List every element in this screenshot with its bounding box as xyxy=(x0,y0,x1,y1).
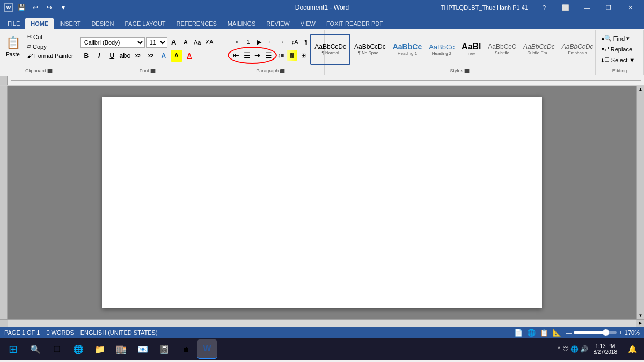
style-title-button[interactable]: AaBl Title xyxy=(458,34,484,65)
align-right-button[interactable]: ⇥ xyxy=(252,50,263,61)
style-no-spacing-button[interactable]: AaBbCcDc ¶ No Spac... xyxy=(351,34,389,65)
superscript-button[interactable]: x2 xyxy=(145,50,157,62)
style-subtitle-button[interactable]: AaBbCcC Subtitle xyxy=(485,34,519,65)
style-subtle-em-button[interactable]: AaBbCcDc Subtle Em... xyxy=(520,34,558,65)
style-heading1-button[interactable]: AaBbCc Heading 1 xyxy=(390,34,425,65)
taskbar-explorer-button[interactable]: 📁 xyxy=(90,339,109,359)
font-family-select[interactable]: Calibri (Body) xyxy=(80,37,145,48)
font-expand-icon[interactable]: ⬛ xyxy=(150,69,156,73)
select-button[interactable]: ☐ Select ▼ xyxy=(602,55,638,64)
styles-expand-icon[interactable]: ⬛ xyxy=(464,69,470,73)
clock[interactable]: 1:13 PM 8/27/2018 xyxy=(590,342,621,356)
styles-group-label: Styles ⬛ xyxy=(450,68,470,73)
change-case-button[interactable]: Aa xyxy=(192,37,203,48)
zoom-in-button[interactable]: + xyxy=(619,329,622,336)
notification-button[interactable]: 🔔 xyxy=(623,339,642,359)
help-button[interactable]: ? xyxy=(535,2,554,13)
increase-indent-button[interactable]: →≡ xyxy=(278,36,289,47)
multilevel-list-button[interactable]: ≡▶ xyxy=(252,36,263,47)
tab-design[interactable]: DESIGN xyxy=(86,18,119,29)
scroll-down-button[interactable]: ▼ xyxy=(638,312,644,319)
underline-button[interactable]: U xyxy=(106,50,118,62)
scroll-up-button[interactable]: ▲ xyxy=(638,86,644,93)
tray-network-icon[interactable]: 🌐 xyxy=(570,345,579,353)
document-page[interactable] xyxy=(102,97,542,308)
decrease-indent-button[interactable]: ←≡ xyxy=(267,36,277,47)
style-emphasis-button[interactable]: AaBbCcDc Emphasis xyxy=(559,34,597,65)
view-print-button[interactable]: 📄 xyxy=(514,329,523,337)
tab-references[interactable]: REFERENCES xyxy=(171,18,222,29)
find-button[interactable]: 🔍 Find ▾ xyxy=(602,34,638,43)
taskbar-desktop-button[interactable]: 🖥 xyxy=(176,339,195,359)
tab-insert[interactable]: INSERT xyxy=(54,18,86,29)
font-color-button[interactable]: A xyxy=(184,50,195,62)
search-button[interactable]: 🔍 xyxy=(26,339,45,359)
bullets-button[interactable]: ≡• xyxy=(230,36,240,47)
customize-qat-button[interactable]: ▾ xyxy=(58,2,69,13)
numbering-button[interactable]: ≡1 xyxy=(241,36,252,47)
scroll-right-button[interactable]: ▶ xyxy=(636,320,644,327)
align-left-button[interactable]: ⇤ xyxy=(231,50,241,61)
ribbon-display-button[interactable]: ⬜ xyxy=(556,2,575,13)
taskbar-store-button[interactable]: 🏬 xyxy=(112,339,131,359)
view-draft-button[interactable]: 📐 xyxy=(553,329,561,337)
bold-button[interactable]: B xyxy=(80,50,92,62)
tray-chevron-icon[interactable]: ^ xyxy=(558,345,561,353)
taskbar-edge-button[interactable]: 🌐 xyxy=(69,339,88,359)
align-center-button[interactable]: ☰ xyxy=(241,50,252,61)
grow-font-button[interactable]: A xyxy=(169,37,179,48)
scrollbar-vertical[interactable]: ▲ ▼ xyxy=(636,86,644,319)
style-normal-button[interactable]: AaBbCcDc ¶ Normal xyxy=(310,34,350,65)
shading-button[interactable]: ▓ xyxy=(287,50,297,61)
tray-antivirus-icon[interactable]: 🛡 xyxy=(562,345,569,353)
minimize-button[interactable]: — xyxy=(577,2,597,13)
save-button[interactable]: 💾 xyxy=(16,2,27,13)
strikethrough-button[interactable]: abc xyxy=(119,50,131,62)
paragraph-expand-icon[interactable]: ⬛ xyxy=(280,69,285,73)
clear-formatting-button[interactable]: ✗A xyxy=(204,37,215,48)
restore-button[interactable]: ❐ xyxy=(599,2,618,13)
subscript-button[interactable]: x2 xyxy=(132,50,144,62)
tab-view[interactable]: VIEW xyxy=(295,18,321,29)
tab-foxit[interactable]: FOXIT READER PDF xyxy=(321,18,389,29)
view-web-button[interactable]: 🌐 xyxy=(527,329,536,337)
text-effects-button[interactable]: A xyxy=(158,50,170,62)
start-button[interactable]: ⊞ xyxy=(2,339,24,359)
font-size-select[interactable]: 11 xyxy=(146,37,167,48)
replace-button[interactable]: ⇄ Replace xyxy=(602,45,638,54)
tab-mailings[interactable]: MAILINGS xyxy=(222,18,261,29)
taskbar-mail-button[interactable]: 📧 xyxy=(133,339,152,359)
tab-home[interactable]: HOME xyxy=(25,18,54,29)
cut-button[interactable]: ✂ Cut xyxy=(25,32,76,41)
tab-file[interactable]: FILE xyxy=(2,18,25,29)
taskbar-word-button[interactable]: W xyxy=(197,339,217,359)
format-painter-button[interactable]: 🖌 Format Painter xyxy=(25,51,76,60)
italic-button[interactable]: I xyxy=(93,50,105,62)
zoom-out-button[interactable]: — xyxy=(566,329,572,336)
line-spacing-button[interactable]: ↕≡ xyxy=(275,50,286,61)
tray-volume-icon[interactable]: 🔊 xyxy=(580,345,588,353)
undo-button[interactable]: ↩ xyxy=(30,2,41,13)
shrink-font-button[interactable]: A xyxy=(180,37,191,48)
justify-button[interactable]: ☰ xyxy=(263,50,274,61)
sort-button[interactable]: ↕A xyxy=(289,36,300,47)
clipboard-expand-icon[interactable]: ⬛ xyxy=(47,69,53,73)
copy-button[interactable]: ⧉ Copy xyxy=(25,42,76,51)
tab-page-layout[interactable]: PAGE LAYOUT xyxy=(120,18,171,29)
taskbar-onenote-button[interactable]: 📓 xyxy=(155,339,174,359)
redo-button[interactable]: ↪ xyxy=(44,2,55,13)
show-marks-button[interactable]: ¶ xyxy=(301,36,311,47)
style-emphasis-preview: AaBbCcDc xyxy=(562,43,594,50)
taskbar-right: ^ 🛡 🌐 🔊 1:13 PM 8/27/2018 🔔 xyxy=(558,339,642,359)
zoom-slider[interactable] xyxy=(574,331,617,334)
borders-button[interactable]: ⊞ xyxy=(298,50,309,61)
close-button[interactable]: ✕ xyxy=(620,2,640,13)
scrollbar-horizontal[interactable] xyxy=(8,320,636,327)
tab-review[interactable]: REVIEW xyxy=(261,18,295,29)
style-heading2-button[interactable]: AaBbCc Heading 2 xyxy=(426,34,458,65)
text-highlight-button[interactable]: A xyxy=(171,50,182,62)
paste-button[interactable]: 📋 Paste xyxy=(2,32,24,67)
font-row2: B I U abc x2 x2 A A A xyxy=(80,50,215,62)
task-view-button[interactable]: ❑ xyxy=(47,339,67,359)
view-outline-button[interactable]: 📋 xyxy=(540,329,548,337)
